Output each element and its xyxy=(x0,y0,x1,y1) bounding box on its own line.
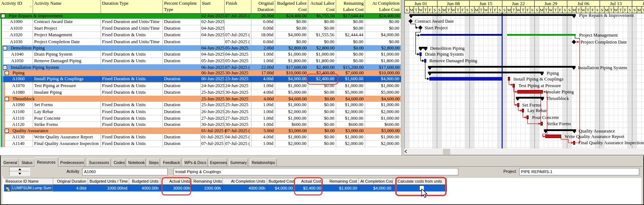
svg-text:Jun 01: Jun 01 xyxy=(414,1,427,6)
svg-text:S: S xyxy=(536,8,538,12)
svg-text:M: M xyxy=(572,8,576,12)
svg-text:Final Quality Assurance Inspec: Final Quality Assurance Inspection xyxy=(578,140,644,145)
svg-text:T: T xyxy=(424,8,427,12)
svg-text:W: W xyxy=(581,8,585,12)
svg-text:T: T xyxy=(480,8,483,12)
svg-text:M: M xyxy=(605,8,608,12)
svg-text:Drain Piping System: Drain Piping System xyxy=(425,52,464,57)
svg-text:Project Completion Date: Project Completion Date xyxy=(581,40,627,45)
svg-text:W: W xyxy=(451,8,455,12)
svg-text:W: W xyxy=(419,8,423,12)
svg-text:T: T xyxy=(512,8,515,12)
svg-text:S: S xyxy=(629,8,631,12)
svg-text:M: M xyxy=(540,8,543,12)
svg-text:F: F xyxy=(429,8,431,12)
svg-text:S: S xyxy=(633,8,636,12)
svg-text:S: S xyxy=(499,8,501,12)
svg-text:S: S xyxy=(434,8,436,12)
svg-text:W: W xyxy=(516,8,520,12)
svg-text:Demolition Piping: Demolition Piping xyxy=(430,46,465,51)
svg-text:T: T xyxy=(643,8,644,12)
svg-text:Piping: Piping xyxy=(547,71,559,76)
svg-text:Remove Damaged Piping: Remove Damaged Piping xyxy=(429,58,477,63)
svg-text:S: S xyxy=(466,8,468,12)
svg-text:W: W xyxy=(549,8,553,12)
svg-text:Jul 20: Jul 20 xyxy=(643,1,644,6)
svg-text:F: F xyxy=(527,8,529,12)
svg-text:T: T xyxy=(545,8,547,12)
svg-text:Project Management: Project Management xyxy=(579,33,618,38)
svg-text:S: S xyxy=(503,8,505,12)
svg-text:Jul 13: Jul 13 xyxy=(610,1,622,6)
svg-text:T: T xyxy=(489,8,492,12)
svg-text:Jul 06: Jul 06 xyxy=(578,1,589,6)
svg-text:S: S xyxy=(601,8,603,12)
svg-text:Start Project: Start Project xyxy=(425,25,448,30)
svg-text:Contract Award Date: Contract Award Date xyxy=(415,19,454,24)
svg-text:Insulate Piping: Insulate Piping xyxy=(546,89,574,94)
svg-text:Jun 08: Jun 08 xyxy=(447,1,460,6)
svg-text:Write Quality Assurance Report: Write Quality Assurance Report xyxy=(565,134,625,139)
svg-text:F: F xyxy=(559,8,561,12)
svg-text:Pipe Repairs & Improvement: Pipe Repairs & Improvement xyxy=(579,13,634,18)
svg-text:Thrustblock: Thrustblock xyxy=(546,96,569,101)
svg-text:M: M xyxy=(475,8,479,12)
svg-text:S: S xyxy=(406,8,408,12)
svg-text:W: W xyxy=(614,8,618,12)
svg-text:F: F xyxy=(462,8,464,12)
svg-text:Jun 22: Jun 22 xyxy=(512,1,525,6)
svg-text:M: M xyxy=(637,8,641,12)
svg-text:F: F xyxy=(624,8,626,12)
svg-text:S: S xyxy=(596,8,598,12)
svg-text:Lay Rebar: Lay Rebar xyxy=(527,108,547,113)
svg-text:Quality Assuarance: Quality Assuarance xyxy=(579,128,615,134)
svg-text:Pour Concrete: Pour Concrete xyxy=(532,115,559,120)
svg-text:T: T xyxy=(587,8,589,12)
svg-text:M: M xyxy=(442,8,446,12)
svg-text:Strike Forms: Strike Forms xyxy=(547,121,571,126)
svg-text:T: T xyxy=(578,8,580,12)
svg-text:Installation Piping System: Installation Piping System xyxy=(578,65,627,70)
svg-text:Jun 29: Jun 29 xyxy=(545,1,557,6)
svg-text:W: W xyxy=(484,8,488,12)
svg-text:T: T xyxy=(415,8,418,12)
svg-text:S: S xyxy=(471,8,473,12)
svg-text:S: S xyxy=(564,8,566,12)
svg-text:F: F xyxy=(494,8,496,12)
svg-text:T: T xyxy=(619,8,622,12)
svg-text:T: T xyxy=(457,8,459,12)
svg-text:S: S xyxy=(568,8,571,12)
svg-text:F: F xyxy=(592,8,594,12)
svg-text:T: T xyxy=(522,8,524,12)
svg-text:T: T xyxy=(610,8,612,12)
svg-text:Set Forms: Set Forms xyxy=(522,102,541,108)
svg-text:Install Piping & Couplings: Install Piping & Couplings xyxy=(513,77,563,82)
svg-text:T: T xyxy=(554,8,557,12)
svg-text:M: M xyxy=(410,8,413,12)
svg-text:Jun 15: Jun 15 xyxy=(479,1,492,6)
svg-text:M: M xyxy=(507,8,511,12)
svg-text:S: S xyxy=(531,8,533,12)
svg-text:T: T xyxy=(447,8,450,12)
svg-text:S: S xyxy=(438,8,440,12)
svg-text:Test Piping at Pressure: Test Piping at Pressure xyxy=(519,83,561,88)
